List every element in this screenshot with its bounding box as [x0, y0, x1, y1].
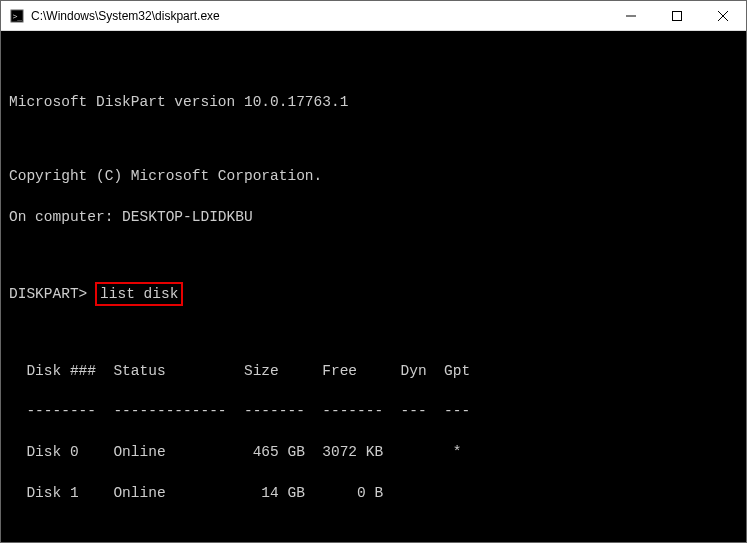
copyright-line: Copyright (C) Microsoft Corporation.: [9, 166, 738, 186]
svg-rect-3: [673, 11, 682, 20]
minimize-button[interactable]: [608, 1, 654, 30]
app-icon: >_: [9, 8, 25, 24]
svg-text:>_: >_: [13, 11, 23, 20]
prompt-label: DISKPART>: [9, 286, 87, 302]
disk-table-row: Disk 0 Online 465 GB 3072 KB *: [9, 442, 738, 462]
disk-table-header: Disk ### Status Size Free Dyn Gpt: [9, 361, 738, 381]
titlebar-controls: [608, 1, 746, 30]
maximize-button[interactable]: [654, 1, 700, 30]
diskpart-window: >_ C:\Windows\System32\diskpart.exe Micr…: [0, 0, 747, 543]
cmd-list-disk: list disk: [95, 282, 183, 306]
computer-line: On computer: DESKTOP-LDIDKBU: [9, 207, 738, 227]
version-line: Microsoft DiskPart version 10.0.17763.1: [9, 92, 738, 112]
disk-table-divider: -------- ------------- ------- ------- -…: [9, 401, 738, 421]
terminal-output[interactable]: Microsoft DiskPart version 10.0.17763.1 …: [1, 31, 746, 542]
disk-table-row: Disk 1 Online 14 GB 0 B: [9, 483, 738, 503]
titlebar-left: >_ C:\Windows\System32\diskpart.exe: [1, 8, 220, 24]
titlebar: >_ C:\Windows\System32\diskpart.exe: [1, 1, 746, 31]
prompt-line-1: DISKPART> list disk: [9, 282, 738, 306]
close-button[interactable]: [700, 1, 746, 30]
window-title: C:\Windows\System32\diskpart.exe: [31, 9, 220, 23]
